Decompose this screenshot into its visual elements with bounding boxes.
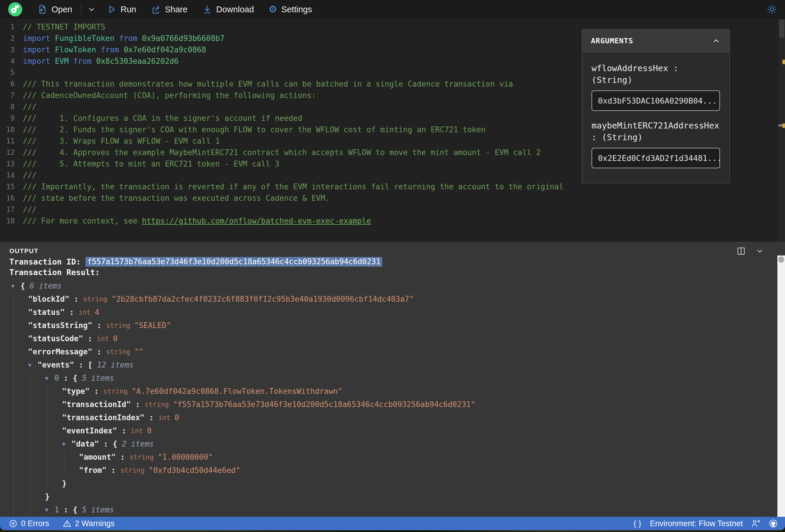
json-segment-ix: 1 bbox=[54, 505, 59, 514]
code-token: import bbox=[23, 34, 50, 43]
argument-input[interactable]: 0xd3bF53DAC106A0290B04... bbox=[591, 91, 720, 111]
flow-logo bbox=[8, 2, 22, 17]
indent-guide bbox=[47, 450, 62, 463]
argument-input[interactable]: 0x2E2Ed0Cfd3AD2f1d34481... bbox=[591, 148, 720, 168]
json-segment-tl: int bbox=[78, 308, 95, 316]
json-row: "blockId" : string "2b28cbfb87da2cfec4f0… bbox=[0, 292, 785, 305]
json-row: "statusString" : string "SEALED" bbox=[0, 319, 785, 332]
json-segment-key: "amount" bbox=[79, 453, 116, 461]
indent-guide bbox=[14, 424, 28, 437]
status-bar: 0 Errors 2 Warnings { } Environment: Flo… bbox=[0, 517, 785, 530]
collapse-chevron-up-icon[interactable] bbox=[712, 36, 720, 45]
code-token: import bbox=[23, 57, 50, 66]
output-panel: OUTPUT Transaction ID: f557a1573b76aa53e… bbox=[0, 242, 785, 517]
json-row: "statusCode" : int 0 bbox=[0, 332, 785, 345]
expand-arrow-icon[interactable]: ▼ bbox=[45, 507, 54, 513]
feedback-person-icon[interactable] bbox=[751, 519, 760, 528]
argument-label: maybeMintERC721AddressHex : (String) bbox=[591, 120, 720, 143]
share-button[interactable]: Share bbox=[148, 4, 190, 14]
light-mode-sun-icon[interactable] bbox=[767, 4, 777, 14]
json-segment-co: : bbox=[59, 374, 73, 382]
json-segment-key: "events" bbox=[37, 360, 74, 369]
json-segment-key: "transactionIndex" bbox=[62, 413, 145, 422]
indent-guide bbox=[14, 332, 28, 345]
code-line[interactable]: 18/// For more context, see https://gith… bbox=[0, 215, 785, 227]
expand-arrow-icon[interactable]: ▼ bbox=[45, 375, 54, 381]
json-row: ▼1 : { 5 items bbox=[0, 503, 785, 516]
code-link[interactable]: https://github.com/onflow/batched-evm-ex… bbox=[142, 217, 371, 225]
json-segment-tl: string bbox=[106, 322, 134, 329]
json-segment-co: : bbox=[74, 360, 88, 369]
code-token bbox=[50, 34, 55, 43]
download-icon bbox=[202, 4, 212, 14]
json-segment-it: 5 items bbox=[77, 505, 114, 514]
json-row: ▼{ 6 items bbox=[0, 279, 785, 292]
editor-scrollbar-thumb[interactable] bbox=[779, 20, 784, 38]
code-line[interactable]: 17/// bbox=[0, 204, 785, 215]
indent-guide bbox=[47, 424, 62, 437]
json-segment-tl: string bbox=[129, 453, 158, 461]
editor-scrollbar[interactable] bbox=[779, 19, 785, 242]
expand-arrow-icon[interactable]: ▼ bbox=[28, 362, 37, 368]
json-segment-co: : bbox=[90, 387, 103, 396]
code-token: 0x9a0766d93b6608b7 bbox=[142, 34, 225, 43]
json-row: "transactionId" : string "f557a1573b76aa… bbox=[0, 398, 785, 411]
json-segment-co: : bbox=[65, 308, 78, 316]
output-scrollbar-thumb[interactable] bbox=[778, 256, 784, 263]
expand-arrow-icon[interactable]: ▼ bbox=[11, 283, 21, 289]
line-number: 11 bbox=[0, 137, 23, 145]
json-segment-tl: string bbox=[120, 466, 149, 474]
json-segment-it: 2 items bbox=[117, 439, 154, 448]
code-line[interactable]: 16/// state before the transaction was e… bbox=[0, 192, 785, 204]
expand-arrow-icon[interactable]: ▼ bbox=[62, 441, 71, 447]
collapse-output-chevron-icon[interactable] bbox=[756, 247, 764, 255]
json-segment-co: : bbox=[92, 347, 106, 356]
download-button[interactable]: Download bbox=[200, 4, 256, 14]
line-number: 12 bbox=[0, 148, 23, 156]
line-number: 14 bbox=[0, 171, 23, 179]
output-title: OUTPUT bbox=[9, 247, 39, 255]
indent-guide bbox=[47, 463, 62, 477]
error-circle-icon bbox=[9, 519, 18, 528]
json-segment-co: : bbox=[83, 334, 97, 343]
json-segment-it: 5 items bbox=[77, 374, 114, 382]
json-segment-iv: 0 bbox=[113, 334, 118, 343]
split-panel-icon[interactable] bbox=[737, 247, 745, 255]
indent-guide bbox=[30, 371, 45, 384]
json-row: } bbox=[0, 490, 785, 503]
errors-status[interactable]: 0 Errors bbox=[9, 519, 49, 528]
output-scrollbar[interactable] bbox=[777, 255, 785, 517]
json-row: ▼"events" : [ 12 items bbox=[0, 358, 785, 371]
warnings-status[interactable]: 2 Warnings bbox=[62, 519, 115, 528]
run-button[interactable]: Run bbox=[104, 4, 138, 14]
line-number: 13 bbox=[0, 160, 23, 168]
transaction-id-value[interactable]: f557a1573b76aa53e73d46f3e10d200d5c18a653… bbox=[85, 257, 382, 267]
json-tree: ▼{ 6 items"blockId" : string "2b28cbfb87… bbox=[0, 279, 785, 517]
json-segment-key: "status" bbox=[28, 308, 65, 316]
json-segment-tl: int bbox=[158, 414, 174, 422]
open-dropdown-chevron-icon[interactable] bbox=[86, 4, 97, 14]
json-segment-sv: "" bbox=[134, 347, 144, 356]
json-segment-key: "eventIndex" bbox=[62, 426, 117, 435]
json-row: ▼0 : { 5 items bbox=[0, 371, 785, 384]
json-segment-b: } bbox=[45, 492, 50, 501]
indent-guide bbox=[30, 463, 45, 477]
settings-button[interactable]: ⚙ Settings bbox=[267, 4, 314, 14]
indent-guide bbox=[14, 450, 28, 463]
argument-label: wflowAddressHex : (String) bbox=[591, 62, 720, 86]
github-icon[interactable] bbox=[768, 519, 778, 528]
environment-label[interactable]: Environment: Flow Testnet bbox=[650, 519, 743, 528]
open-button[interactable]: Open bbox=[35, 4, 75, 14]
json-segment-sv: "SEALED" bbox=[134, 321, 171, 330]
code-token bbox=[92, 57, 96, 66]
indent-guide bbox=[14, 463, 28, 477]
indent-guide bbox=[14, 358, 28, 371]
arguments-header[interactable]: ARGUMENTS bbox=[582, 30, 729, 52]
json-segment-tl: int bbox=[97, 335, 113, 343]
json-segment-co: : bbox=[145, 413, 158, 422]
line-number: 16 bbox=[0, 194, 23, 202]
code-editor[interactable]: 1// TESTNET IMPORTS2import FungibleToken… bbox=[0, 19, 785, 242]
share-label: Share bbox=[165, 5, 187, 14]
json-segment-tl: string bbox=[106, 348, 134, 356]
code-token: FlowToken bbox=[55, 45, 96, 54]
